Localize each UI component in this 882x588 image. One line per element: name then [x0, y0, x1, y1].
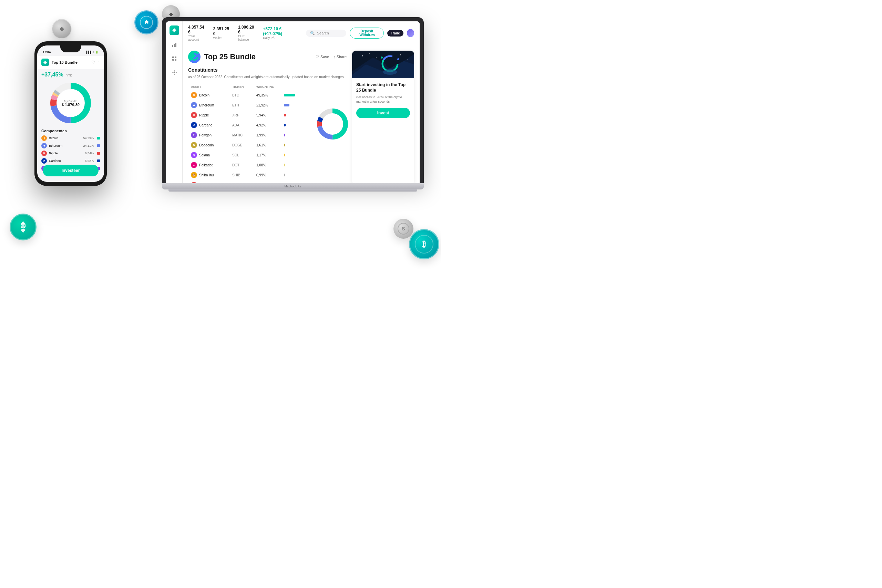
phone-eth-icon: ◆: [41, 143, 47, 148]
phone-components-header: Componenten: [37, 127, 104, 134]
search-placeholder: Search: [317, 31, 329, 35]
weight-bar: [284, 164, 285, 166]
phone-donut-label: My Bundle: [62, 99, 80, 103]
svg-rect-16: [175, 57, 176, 58]
ticker-cell: ADA: [232, 123, 256, 127]
svg-point-39: [397, 58, 399, 60]
asset-row-btc[interactable]: ₿ Bitcoin BTC 49,35%: [188, 90, 346, 100]
svg-point-36: [400, 54, 401, 56]
asset-name: Shiba Inu: [199, 173, 214, 177]
heart-icon-phone[interactable]: ♡: [91, 60, 95, 65]
svg-point-33: [362, 56, 363, 57]
sidebar-icon-grid[interactable]: [170, 54, 178, 63]
svg-point-38: [383, 69, 397, 75]
side-card: Start investing in the Top 25 Bundle Get…: [352, 51, 414, 183]
svg-rect-12: [172, 45, 173, 47]
main-content: 4.357,54 € Total account 3.351,25 € Wall…: [183, 21, 420, 183]
heart-icon: ♡: [316, 55, 319, 59]
weight-cell: 1,99%: [256, 133, 284, 137]
weight-bar: [284, 114, 286, 116]
phone-btc-icon: ₿: [41, 135, 47, 141]
asset-name: Polkadot: [199, 163, 213, 167]
invest-button[interactable]: Invest: [356, 108, 410, 118]
share-icon-phone[interactable]: ↑: [98, 60, 100, 65]
phone-logo: [41, 58, 49, 66]
sidebar-icon-settings[interactable]: [170, 68, 178, 76]
weight-cell: 21,92%: [256, 104, 284, 107]
col-asset: Asset: [191, 85, 232, 88]
dot-icon: ●: [191, 162, 197, 168]
wallet-label: Wallet: [213, 36, 231, 40]
phone-weight-bar: [97, 144, 100, 147]
content-area: Top 25 Bundle ♡ Save ↑ Share: [183, 45, 420, 183]
bundle-header: Top 25 Bundle ♡ Save ↑ Share: [188, 51, 346, 63]
phone-outer: 17:04 ▐▐▐ ✦ 🔋 Top 10 Bundle ♡ ↑: [34, 41, 107, 186]
asset-row-dot[interactable]: ● Polkadot DOT 1,08%: [188, 160, 346, 170]
sidebar-logo[interactable]: [170, 26, 179, 35]
svg-text:S: S: [402, 226, 405, 231]
ticker-cell: SOL: [232, 153, 256, 157]
phone-donut-value: € 1.879,39: [62, 103, 80, 107]
phone-asset-name: Ripple: [49, 152, 58, 155]
weight-text: 5,94%: [256, 113, 266, 117]
gain-period: YTD: [66, 74, 72, 77]
svg-rect-15: [172, 57, 174, 58]
laptop: 4.357,54 € Total account 3.351,25 € Wall…: [162, 17, 424, 192]
daily-pnl-value: +572,10 € (+17,07%): [263, 27, 299, 36]
asset-row-sol[interactable]: ◎ Solana SOL 1,17%: [188, 150, 346, 160]
phone-donut-center: My Bundle € 1.879,39: [62, 99, 80, 107]
phone-weight: 6,52%: [85, 159, 94, 163]
weight-cell: 0,99%: [256, 173, 284, 177]
sidebar-icon-chart[interactable]: [170, 40, 178, 49]
svg-rect-14: [176, 43, 176, 47]
constituents-title: Constituents: [188, 67, 346, 73]
xrp-icon: ✕: [191, 112, 197, 118]
share-label: Share: [337, 55, 346, 59]
deposit-withdraw-button[interactable]: Deposit /Withdraw: [350, 27, 384, 39]
phone-component-xrp[interactable]: ✕ Ripple 6,54%: [37, 150, 104, 157]
eur-balance: 1.006,29 € EUR balance: [238, 25, 256, 41]
svg-text:⬡: ⬡: [20, 222, 26, 230]
trade-button[interactable]: Trade: [387, 30, 404, 36]
share-button[interactable]: ↑ Share: [333, 55, 346, 59]
top-bar: 4.357,54 € Total account 3.351,25 € Wall…: [183, 21, 420, 45]
phone-app-header: Top 10 Bundle ♡ ↑: [37, 56, 104, 69]
total-account-balance: 4.357,54 € Total account: [188, 25, 206, 41]
phone-asset-name: Ethereum: [49, 144, 62, 147]
phone-notch: [60, 45, 81, 52]
weight-cell: 1,17%: [256, 153, 284, 157]
phone-component-ada[interactable]: ₳ Cardano 6,52%: [37, 157, 104, 165]
svg-point-19: [173, 72, 175, 74]
weight-text: 49,35%: [256, 93, 268, 97]
coin-s: S: [393, 219, 413, 239]
phone-weight-bar: [97, 152, 100, 154]
coin-cardano: ₳: [134, 10, 159, 34]
asset-cell: ⬡ Polygon: [191, 132, 232, 138]
card-body: Start investing in the Top 25 Bundle Get…: [352, 78, 414, 122]
asset-row-shib[interactable]: 🐕 Shiba Inu SHIB 0,99%: [188, 170, 346, 180]
asset-name: Cardano: [199, 123, 212, 127]
scene: ₳ ◆ ◆ ⬡ ₿ S: [0, 0, 441, 294]
save-button[interactable]: ♡ Save: [316, 55, 329, 59]
laptop-screen-outer: 4.357,54 € Total account 3.351,25 € Wall…: [162, 17, 424, 183]
shib-icon: 🐕: [191, 172, 197, 178]
laptop-base: [162, 183, 424, 189]
daily-pnl: +572,10 € (+17,07%) Daily P/L: [263, 27, 299, 40]
phone-gain: +37,45% YTD: [37, 69, 104, 79]
weight-bar: [284, 124, 286, 126]
phone-component-eth[interactable]: ◆ Ethereum 24,11%: [37, 142, 104, 150]
col-weighting: Weighting: [256, 85, 284, 88]
eur-balance-label: EUR balance: [238, 34, 256, 41]
svg-rect-18: [175, 59, 176, 61]
phone-time: 17:04: [43, 50, 51, 54]
phone-invest-button[interactable]: Investeer: [43, 165, 99, 176]
sol-icon: ◎: [191, 152, 197, 158]
daily-pnl-label: Daily P/L: [263, 36, 299, 40]
phone-component-btc[interactable]: ₿ Bitcoin 54,29%: [37, 134, 104, 142]
asset-cell: ₿ Bitcoin: [191, 92, 232, 98]
search-bar[interactable]: 🔍 Search: [306, 30, 346, 37]
asset-row-avax[interactable]: ▲ Avalanche AVAX 0,93%: [188, 180, 346, 183]
card-desc: Get access to ~95% of the crypto market …: [356, 95, 410, 104]
asset-cell: ◎ Solana: [191, 152, 232, 158]
user-avatar[interactable]: [407, 29, 414, 37]
